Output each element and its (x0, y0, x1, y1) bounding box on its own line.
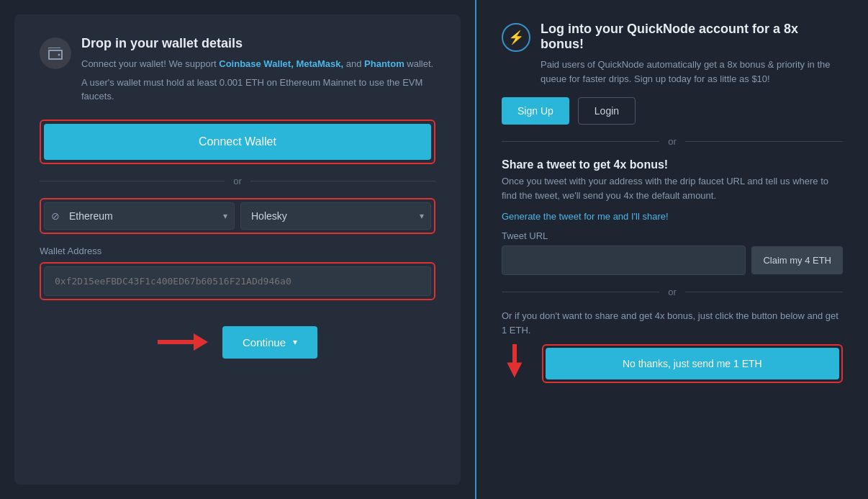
login-button[interactable]: Login (578, 97, 636, 125)
signup-button[interactable]: Sign Up (502, 97, 569, 125)
continue-label: Continue (243, 336, 286, 349)
tweet-title: Share a tweet to get 4x bonus! (502, 158, 843, 171)
generate-tweet-link[interactable]: Generate the tweet for me and I'll share… (502, 211, 843, 222)
network-select[interactable]: Holesky Sepolia Mainnet (240, 202, 431, 230)
continue-section: Continue ▾ (40, 326, 435, 359)
arrow-stem (158, 340, 194, 344)
or-divider-2: or (502, 136, 843, 147)
continue-button[interactable]: Continue ▾ (222, 326, 317, 359)
no-thanks-row: ▼ No thanks, just send me 1 ETH (502, 344, 843, 383)
tweet-url-label: Tweet URL (502, 230, 843, 241)
address-input-wrapper (40, 262, 435, 300)
wallet-address-input[interactable] (44, 266, 431, 296)
wallet-icon (40, 37, 71, 69)
panel-description2: A user's wallet must hold at least 0.001… (81, 76, 435, 104)
down-arrow-wrapper: ▼ (502, 344, 528, 382)
no-thanks-btn-wrapper: No thanks, just send me 1 ETH (542, 344, 843, 383)
selects-wrapper: ⊘ Ethereum Solana Polygon ▾ Holesky Sepo… (40, 198, 435, 234)
tweet-section-header: Share a tweet to get 4x bonus! Once you … (502, 158, 843, 202)
quicknode-actions: Sign Up Login (502, 97, 843, 125)
tweet-url-input[interactable] (502, 246, 746, 275)
or-divider-1: or (40, 176, 435, 186)
header-text: Drop in your wallet details Connect your… (81, 36, 435, 108)
quicknode-description: Paid users of QuickNode automatically ge… (541, 58, 843, 86)
continue-chevron-icon: ▾ (293, 337, 297, 347)
panel-header: Drop in your wallet details Connect your… (40, 36, 435, 108)
network-select-container: Holesky Sepolia Mainnet ▾ (240, 202, 431, 230)
wallet-address-section: Wallet Address (40, 246, 435, 300)
left-panel: Drop in your wallet details Connect your… (14, 14, 461, 485)
claim-button[interactable]: Claim my 4 ETH (751, 246, 843, 274)
phantom-highlight: Phantom (364, 58, 404, 69)
quicknode-title: Log into your QuickNode account for a 8x… (541, 22, 843, 52)
no-thanks-button[interactable]: No thanks, just send me 1 ETH (546, 348, 839, 379)
panel-title: Drop in your wallet details (81, 36, 435, 51)
bottom-description: Or if you don't want to share and get 4x… (502, 309, 843, 337)
blockchain-select[interactable]: Ethereum Solana Polygon (44, 202, 235, 230)
right-panel: ⚡ Log into your QuickNode account for a … (476, 0, 868, 499)
panel-description1: Connect your wallet! We support Coinbase… (81, 57, 435, 71)
connect-wallet-button[interactable]: Connect Wallet (44, 124, 431, 160)
or-divider-3: or (502, 287, 843, 297)
arrow-head (194, 333, 208, 351)
tweet-section: Share a tweet to get 4x bonus! Once you … (502, 158, 843, 275)
quicknode-section: ⚡ Log into your QuickNode account for a … (502, 22, 843, 86)
or-label-3: or (668, 287, 677, 297)
svg-point-0 (58, 54, 60, 56)
lightning-icon: ⚡ (502, 23, 530, 52)
down-arrow-icon: ▼ (502, 356, 528, 382)
tweet-url-row: Claim my 4 ETH (502, 246, 843, 275)
connect-wallet-wrapper: Connect Wallet (40, 120, 435, 164)
quicknode-header-text: Log into your QuickNode account for a 8x… (541, 22, 843, 86)
blockchain-select-container: ⊘ Ethereum Solana Polygon ▾ (44, 202, 235, 230)
bottom-section: Or if you don't want to share and get 4x… (502, 309, 843, 383)
coinbase-highlight: Coinbase Wallet, MetaMask, (219, 58, 343, 69)
or-label-1: or (233, 176, 242, 186)
wallet-address-label: Wallet Address (40, 246, 435, 256)
tweet-url-section: Tweet URL Claim my 4 ETH (502, 230, 843, 275)
tweet-description: Once you tweet with your address with th… (502, 174, 843, 202)
or-label-2: or (668, 136, 677, 147)
continue-arrow (158, 333, 208, 351)
